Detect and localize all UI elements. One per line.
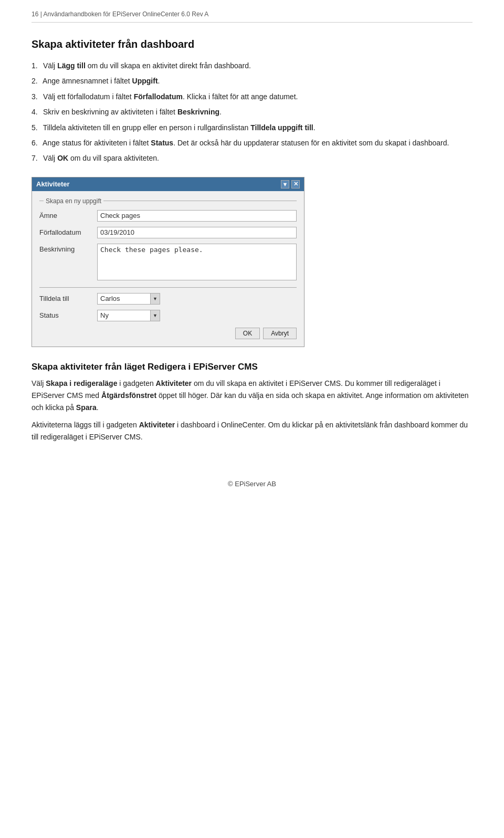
forfallodatum-input[interactable] xyxy=(97,227,297,238)
status-label: Status xyxy=(39,310,97,319)
section2-paragraph1: Välj Skapa i redigeraläge i gadgeten Akt… xyxy=(32,378,472,414)
step-2-num: 2. xyxy=(32,75,41,87)
dialog-titlebar: Aktiviteter ▼ ✕ xyxy=(32,177,304,191)
ok-button[interactable]: OK xyxy=(235,328,260,339)
beskrivning-label: Beskrivning xyxy=(39,244,97,253)
aktiviteter-bold2: Aktiviteter xyxy=(139,421,175,429)
textarea-wrapper: Check these pages please. xyxy=(97,244,297,282)
spara-bold: Spara xyxy=(76,403,97,412)
form-group-tilldela: Tilldela till Carlos ▼ xyxy=(39,293,297,305)
step-1-bold: Lägg till xyxy=(57,61,86,70)
step-5-bold: Tilldela uppgift till xyxy=(250,123,313,132)
section2-heading: Skapa aktiviteter från läget Redigera i … xyxy=(32,362,472,372)
group-label-text: Skapa en ny uppgift xyxy=(46,197,101,205)
step-6-bold: Status xyxy=(151,139,173,147)
minimize-icon: ▼ xyxy=(282,181,288,187)
dialog-wrapper: Aktiviteter ▼ ✕ Skapa en ny uppgift Ämne xyxy=(32,177,472,347)
amne-label: Ämne xyxy=(39,210,97,219)
skapa-redigeralage-bold: Skapa i redigeraläge xyxy=(46,379,117,387)
section1-heading: Skapa aktiviteter från dashboard xyxy=(32,38,472,50)
step-1-num: 1. xyxy=(32,60,41,71)
step-5: 5. Tilldela aktiviteten till en grupp el… xyxy=(32,122,472,133)
dialog-title: Aktiviteter xyxy=(36,180,70,188)
aktiviteter-dialog: Aktiviteter ▼ ✕ Skapa en ny uppgift Ämne xyxy=(32,177,304,347)
step-6-num: 6. xyxy=(32,137,41,149)
form-group-status: Status Ny ▼ xyxy=(39,310,297,321)
close-icon: ✕ xyxy=(293,181,298,187)
step-7: 7. Välj OK om du vill spara aktiviteten. xyxy=(32,152,472,164)
page-header: 16 | Användarhandboken för EPiServer Onl… xyxy=(32,11,472,23)
step-4-bold: Beskrivning xyxy=(177,108,219,116)
dialog-minimize-btn[interactable]: ▼ xyxy=(281,180,289,188)
beskrivning-textarea[interactable]: Check these pages please. xyxy=(97,244,297,280)
dialog-titlebar-controls: ▼ ✕ xyxy=(281,180,300,188)
form-group-forfallodatum: Förfallodatum xyxy=(39,227,297,238)
footer-text: © EPiServer AB xyxy=(228,480,276,488)
step-3: 3. Välj ett förfallodatum i fältet Förfa… xyxy=(32,91,472,102)
status-dropdown-arrow[interactable]: ▼ xyxy=(150,310,160,321)
section2-paragraph2: Aktiviteterna läggs till i gadgeten Akti… xyxy=(32,419,472,443)
step-4: 4. Skriv en beskrivning av aktiviteten i… xyxy=(32,106,472,118)
step-2-bold: Uppgift xyxy=(132,77,158,85)
tilldela-dropdown-arrow[interactable]: ▼ xyxy=(150,294,160,304)
step-7-num: 7. xyxy=(32,152,41,164)
atgardsfonstret-bold: Åtgärdsfönstret xyxy=(101,391,156,400)
aktiviteter-bold: Aktiviteter xyxy=(156,379,192,387)
dialog-close-btn[interactable]: ✕ xyxy=(291,180,300,188)
dialog-body: Skapa en ny uppgift Ämne Förfallodatum B… xyxy=(32,191,304,347)
form-group-beskrivning: Beskrivning Check these pages please. xyxy=(39,244,297,282)
step-5-num: 5. xyxy=(32,122,41,133)
status-value: Ny xyxy=(98,311,150,319)
dialog-footer: OK Avbryt xyxy=(39,328,297,339)
status-select[interactable]: Ny ▼ xyxy=(97,310,160,321)
tilldela-select[interactable]: Carlos ▼ xyxy=(97,293,160,305)
avbryt-button[interactable]: Avbryt xyxy=(263,328,297,339)
step-2: 2. Ange ämnesnamnet i fältet Uppgift. xyxy=(32,75,472,87)
step-7-bold: OK xyxy=(57,154,68,162)
dialog-divider xyxy=(39,287,297,288)
step-3-bold: Förfallodatum xyxy=(134,92,183,101)
tilldela-label: Tilldela till xyxy=(39,293,97,302)
step-1: 1. Välj Lägg till om du vill skapa en ak… xyxy=(32,60,472,71)
amne-input[interactable] xyxy=(97,210,297,222)
form-group-amne: Ämne xyxy=(39,210,297,222)
tilldela-value: Carlos xyxy=(98,295,150,302)
dialog-group-label: Skapa en ny uppgift xyxy=(39,197,297,205)
steps-list: 1. Välj Lägg till om du vill skapa en ak… xyxy=(32,60,472,164)
step-6: 6. Ange status för aktiviteten i fältet … xyxy=(32,137,472,149)
forfallodatum-label: Förfallodatum xyxy=(39,227,97,236)
page-footer: © EPiServer AB xyxy=(32,475,472,488)
step-3-num: 3. xyxy=(32,91,41,102)
header-text: 16 | Användarhandboken för EPiServer Onl… xyxy=(32,11,208,18)
step-4-num: 4. xyxy=(32,106,41,118)
